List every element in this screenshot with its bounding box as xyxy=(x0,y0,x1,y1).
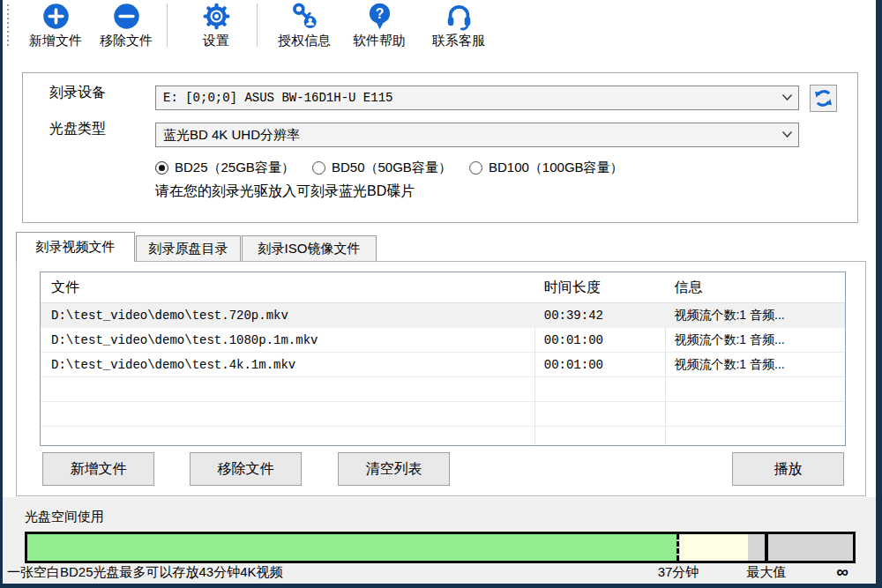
free-space-segment xyxy=(680,534,748,561)
cell-info: 视频流个数:1 音频... xyxy=(663,328,845,353)
radio-bd100-label: BD100（100GB容量） xyxy=(489,160,624,176)
toolbar-remove-file-label: 移除文件 xyxy=(100,33,153,49)
toolbar-support-label: 联系客服 xyxy=(432,33,485,49)
toolbar-grip[interactable] xyxy=(7,4,9,47)
device-panel: 刻录设备 E: [0;0;0] ASUS BW-16D1H-U E115 光盘类… xyxy=(22,72,858,223)
tab-burn-video[interactable]: 刻录视频文件 xyxy=(16,232,135,262)
column-header-info[interactable]: 信息 xyxy=(663,272,845,302)
gear-icon xyxy=(202,2,231,31)
toolbar-separator xyxy=(167,4,168,47)
burner-device-value: E: [0;0;0] ASUS BW-16D1H-U E115 xyxy=(163,91,392,105)
radio-bd100[interactable]: BD100（100GB容量） xyxy=(469,160,624,176)
disc-type-label: 光盘类型 xyxy=(49,120,106,138)
disc-space-bar xyxy=(25,532,856,563)
tab-burn-iso-label: 刻录ISO镜像文件 xyxy=(258,241,361,257)
tab-burn-folder-label: 刻录原盘目录 xyxy=(149,241,228,257)
disc-space-title: 光盘空间使用 xyxy=(25,509,104,525)
used-space-segment xyxy=(27,534,677,561)
radio-circle xyxy=(469,161,482,175)
refresh-icon xyxy=(812,87,834,109)
remove-file-button[interactable]: 移除文件 xyxy=(190,452,302,486)
infinity-symbol: ∞ xyxy=(827,562,857,582)
radio-circle xyxy=(312,161,325,175)
toolbar-add-file-label: 新增文件 xyxy=(29,33,82,49)
key-user-icon xyxy=(290,2,319,31)
svg-text:?: ? xyxy=(375,6,384,21)
disc-type-value: 蓝光BD 4K UHD分辨率 xyxy=(163,127,300,144)
toolbar-license-button[interactable]: 授权信息 xyxy=(267,2,341,51)
tab-burn-video-label: 刻录视频文件 xyxy=(36,239,116,256)
burner-device-select[interactable]: E: [0;0;0] ASUS BW-16D1H-U E115 xyxy=(155,86,799,110)
table-header: 文件 时间长度 信息 xyxy=(41,272,845,303)
table-row[interactable]: D:\test_video\demo\test.720p.mkv 00:39:4… xyxy=(41,303,845,328)
headset-icon xyxy=(445,2,474,31)
max-value-label: 最大值 xyxy=(731,564,802,581)
help-bubble-icon: ? xyxy=(365,2,394,31)
table-row[interactable]: D:\test_video\demo\test.4k.1m.mkv 00:01:… xyxy=(41,353,845,377)
app-window: 新增文件 移除文件 xyxy=(0,0,882,588)
toolbar-settings-button[interactable]: 设置 xyxy=(179,2,253,51)
toolbar: 新增文件 移除文件 xyxy=(0,0,882,53)
cell-info: 视频流个数:1 音频... xyxy=(663,353,845,377)
disc-type-select[interactable]: 蓝光BD 4K UHD分辨率 xyxy=(155,123,799,147)
window-border-right xyxy=(876,0,882,588)
toolbar-support-button[interactable]: 联系客服 xyxy=(422,2,496,51)
toolbar-separator xyxy=(257,4,258,47)
radio-bd50-label: BD50（50GB容量） xyxy=(332,160,452,176)
status-text: 一张空白BD25光盘最多可以存放43分钟4K视频 xyxy=(7,564,283,581)
minus-circle-icon xyxy=(112,2,141,31)
chevron-down-icon xyxy=(781,93,793,101)
radio-bd50[interactable]: BD50（50GB容量） xyxy=(312,160,452,176)
column-header-duration[interactable]: 时间长度 xyxy=(534,272,664,302)
add-file-button[interactable]: 新增文件 xyxy=(42,452,154,486)
insert-disc-hint: 请在您的刻录光驱放入可刻录蓝光BD碟片 xyxy=(155,182,415,201)
cell-file: D:\test_video\demo\test.720p.mkv xyxy=(41,303,534,328)
window-border-bottom xyxy=(0,584,882,588)
file-table[interactable]: 文件 时间长度 信息 D:\test_video\demo\test.720p.… xyxy=(40,272,846,446)
plus-circle-icon xyxy=(41,2,71,31)
chevron-down-icon xyxy=(781,130,793,138)
cell-file: D:\test_video\demo\test.4k.1m.mkv xyxy=(41,353,534,377)
toolbar-license-label: 授权信息 xyxy=(278,33,331,49)
burner-device-label: 刻录设备 xyxy=(49,84,106,102)
cell-duration: 00:01:00 xyxy=(534,328,664,353)
radio-bd25-label: BD25（25GB容量） xyxy=(175,160,295,176)
cell-duration: 00:39:42 xyxy=(534,303,664,328)
cell-file: D:\test_video\demo\test.1080p.1m.mkv xyxy=(41,328,534,353)
toolbar-help-label: 软件帮助 xyxy=(353,33,406,49)
disc-space-labels: 一张空白BD25光盘最多可以存放43分钟4K视频 37分钟 最大值 ∞ xyxy=(0,562,882,584)
column-header-file[interactable]: 文件 xyxy=(41,272,534,302)
used-space-marker xyxy=(676,534,679,561)
play-button[interactable]: 播放 xyxy=(732,452,844,486)
tab-burn-iso[interactable]: 刻录ISO镜像文件 xyxy=(242,235,377,261)
max-capacity-divider xyxy=(765,534,768,561)
refresh-devices-button[interactable] xyxy=(810,85,837,112)
tab-burn-folder[interactable]: 刻录原盘目录 xyxy=(136,235,241,261)
cell-duration: 00:01:00 xyxy=(534,353,664,377)
toolbar-help-button[interactable]: ? 软件帮助 xyxy=(342,2,416,51)
clear-list-button[interactable]: 清空列表 xyxy=(338,452,450,486)
toolbar-remove-file-button[interactable]: 移除文件 xyxy=(89,2,163,51)
table-row[interactable]: D:\test_video\demo\test.1080p.1m.mkv 00:… xyxy=(41,328,845,353)
toolbar-add-file-button[interactable]: 新增文件 xyxy=(19,2,93,51)
used-time-label: 37分钟 xyxy=(643,564,714,581)
cell-info: 视频流个数:1 音频... xyxy=(663,303,845,328)
window-border-left xyxy=(0,0,3,588)
toolbar-settings-label: 设置 xyxy=(203,33,229,49)
radio-bd25[interactable]: BD25（25GB容量） xyxy=(155,160,295,176)
radio-circle xyxy=(155,161,168,175)
